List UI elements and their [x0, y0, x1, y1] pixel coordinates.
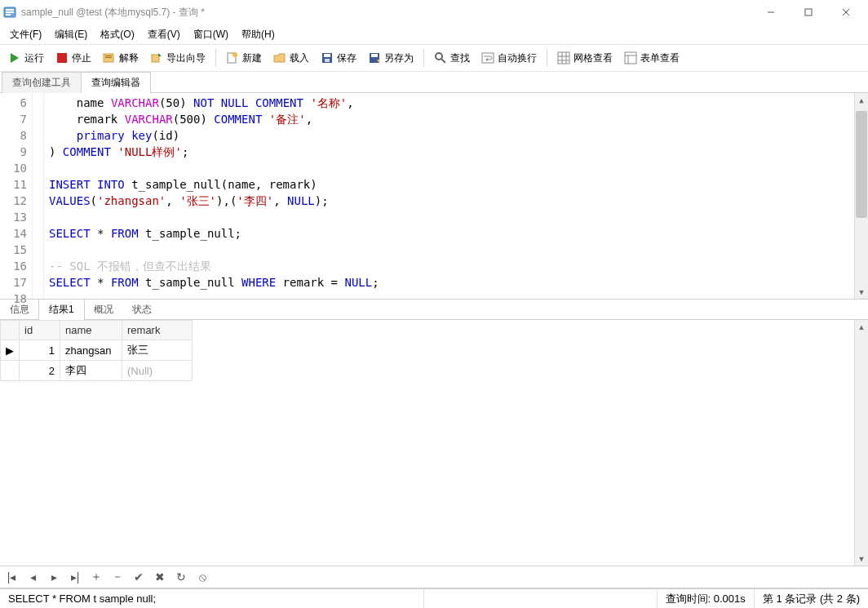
new-icon — [226, 51, 239, 64]
scroll-down-icon[interactable]: ▼ — [855, 552, 868, 566]
scroll-down-icon[interactable]: ▼ — [855, 285, 868, 299]
record-nav-bar: |◂ ◂ ▸ ▸| ＋ － ✔ ✖ ↻ ⦸ — [0, 566, 868, 588]
load-button[interactable]: 载入 — [268, 49, 314, 68]
svg-rect-9 — [57, 53, 67, 63]
new-label: 新建 — [242, 51, 262, 65]
tab-result1[interactable]: 结果1 — [38, 299, 85, 320]
svg-marker-8 — [11, 53, 19, 63]
status-sql: SELECT * FROM t sample null; — [0, 589, 424, 608]
column-header[interactable]: name — [60, 321, 122, 340]
sql-editor[interactable]: 6789101112131415161718 name VARCHAR(50) … — [0, 93, 868, 299]
cell[interactable]: zhangsan — [60, 340, 122, 361]
svg-rect-1 — [6, 9, 14, 11]
toolbar-separator — [215, 49, 216, 67]
explain-label: 解释 — [119, 51, 139, 65]
nav-prev-button[interactable]: ◂ — [26, 570, 39, 584]
find-label: 查找 — [450, 51, 470, 65]
cell[interactable]: 李四 — [60, 361, 122, 381]
tab-info[interactable]: 信息 — [0, 300, 39, 320]
result-grid-wrap: idnameremark▶1zhangsan张三2李四(Null) ▲ ▼ — [0, 320, 868, 566]
table-row[interactable]: ▶1zhangsan张三 — [1, 340, 193, 361]
status-bar: SELECT * FROM t sample null; 查询时间: 0.001… — [0, 588, 868, 608]
maximize-button[interactable] — [790, 0, 827, 24]
svg-point-15 — [232, 52, 237, 57]
column-header[interactable]: remark — [122, 321, 193, 340]
menu-help[interactable]: 帮助(H) — [237, 26, 280, 43]
cell[interactable]: 2 — [20, 361, 60, 381]
explain-button[interactable]: 解释 — [98, 49, 144, 68]
row-indicator: ▶ — [1, 340, 20, 361]
nav-next-button[interactable]: ▸ — [47, 570, 60, 584]
tab-profile[interactable]: 概况 — [84, 300, 123, 320]
menu-format[interactable]: 格式(O) — [95, 26, 139, 43]
form-view-button[interactable]: 表单查看 — [619, 49, 684, 68]
svg-rect-12 — [105, 57, 112, 58]
export-wizard-button[interactable]: 导出向导 — [145, 49, 210, 68]
table-row[interactable]: 2李四(Null) — [1, 361, 193, 381]
menu-window[interactable]: 窗口(W) — [188, 26, 233, 43]
cell[interactable]: 张三 — [122, 340, 193, 361]
close-button[interactable] — [827, 0, 865, 24]
svg-rect-31 — [625, 52, 636, 64]
gutter-separator — [33, 93, 44, 299]
status-time: 查询时间: 0.001s — [658, 589, 755, 608]
form-icon — [624, 51, 637, 64]
nav-add-button[interactable]: ＋ — [90, 570, 103, 584]
new-button[interactable]: 新建 — [221, 49, 267, 68]
status-record: 第 1 条记录 (共 2 条) — [755, 589, 868, 608]
scroll-thumb[interactable] — [856, 111, 867, 218]
menu-edit[interactable]: 编辑(E) — [50, 26, 92, 43]
menu-file[interactable]: 文件(F) — [5, 26, 46, 43]
play-icon — [8, 51, 21, 64]
editor-scrollbar[interactable]: ▲ ▼ — [854, 93, 868, 299]
grid-view-label: 网格查看 — [574, 51, 613, 65]
svg-marker-25 — [485, 58, 488, 61]
row-indicator — [1, 361, 20, 381]
result-grid[interactable]: idnameremark▶1zhangsan张三2李四(Null) — [0, 320, 854, 566]
save-as-label: 另存为 — [384, 51, 414, 65]
folder-open-icon — [273, 51, 286, 64]
svg-rect-26 — [558, 52, 569, 64]
nav-stop-button[interactable]: ⦸ — [196, 570, 209, 584]
nav-first-button[interactable]: |◂ — [5, 570, 18, 584]
grid-scrollbar[interactable]: ▲ ▼ — [854, 320, 868, 566]
nav-refresh-button[interactable]: ↻ — [175, 570, 188, 584]
save-as-button[interactable]: 另存为 — [363, 49, 418, 68]
grid-icon — [557, 51, 570, 64]
save-label: 保存 — [337, 51, 356, 65]
column-header[interactable]: id — [20, 321, 60, 340]
run-button[interactable]: 运行 — [3, 49, 49, 68]
svg-line-23 — [441, 59, 445, 63]
cell[interactable]: 1 — [20, 340, 60, 361]
search-icon — [434, 51, 447, 64]
nav-cancel-button[interactable]: ✖ — [153, 570, 166, 584]
wrap-label: 自动换行 — [498, 51, 537, 65]
export-label: 导出向导 — [166, 51, 206, 65]
grid-view-button[interactable]: 网格查看 — [552, 49, 618, 68]
toolbar-separator — [423, 49, 424, 67]
tab-query-editor[interactable]: 查询编辑器 — [81, 72, 151, 93]
stop-button[interactable]: 停止 — [51, 49, 96, 68]
tab-query-builder[interactable]: 查询创建工具 — [2, 72, 82, 93]
cell[interactable]: (Null) — [122, 361, 193, 381]
wrap-icon — [481, 51, 494, 64]
svg-rect-17 — [324, 54, 330, 57]
tab-status[interactable]: 状态 — [122, 300, 162, 320]
find-button[interactable]: 查找 — [429, 49, 475, 68]
wrap-button[interactable]: 自动换行 — [476, 49, 542, 68]
export-icon — [150, 51, 163, 64]
svg-rect-13 — [152, 55, 159, 62]
load-label: 载入 — [290, 51, 309, 65]
code-body[interactable]: name VARCHAR(50) NOT NULL COMMENT '名称', … — [44, 93, 854, 299]
nav-delete-button[interactable]: － — [111, 570, 124, 584]
nav-commit-button[interactable]: ✔ — [132, 570, 145, 584]
menu-view[interactable]: 查看(V) — [143, 26, 185, 43]
svg-rect-20 — [371, 54, 378, 57]
save-button[interactable]: 保存 — [316, 49, 361, 68]
scroll-up-icon[interactable]: ▲ — [855, 320, 868, 334]
nav-last-button[interactable]: ▸| — [69, 570, 82, 584]
window-title: sample_null @test (本地mysql5.7) - 查询 * — [21, 6, 205, 20]
scroll-up-icon[interactable]: ▲ — [855, 93, 868, 107]
minimize-button[interactable] — [752, 0, 790, 24]
explain-icon — [103, 51, 116, 64]
